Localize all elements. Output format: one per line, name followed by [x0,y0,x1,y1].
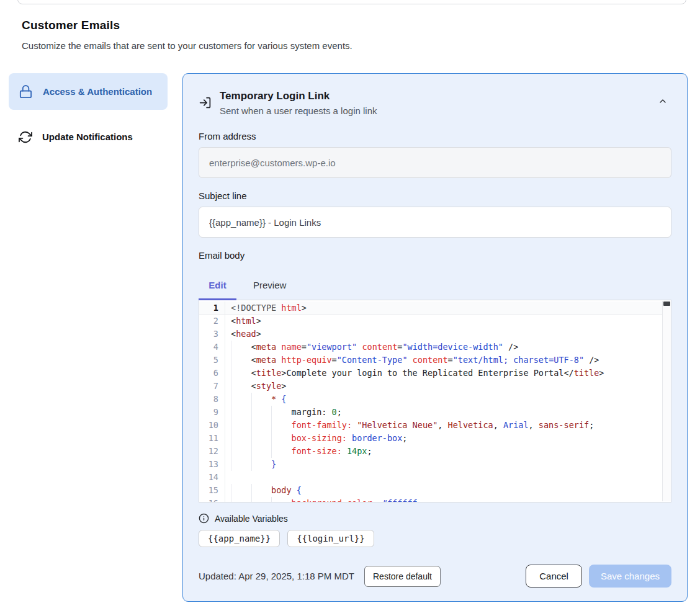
code-line-11: 11box-sizing: border-box; [199,432,671,445]
line-number: 13 [199,458,225,471]
available-variables-label: Available Variables [215,514,288,524]
sidebar-item-label: Update Notifications [42,130,133,144]
from-address-field-group: From address [199,131,671,178]
line-number: 1 [199,302,225,315]
line-content: <head> [225,328,261,341]
line-content: <!DOCTYPE html> [225,302,307,315]
email-body-tabs: EditPreview [199,274,671,300]
restore-default-button[interactable]: Restore default [364,566,441,587]
code-line-15: 15body { [199,484,671,497]
code-line-16: 16background-color: #ffffff; [199,497,671,503]
email-body-code-editor[interactable]: 1<!DOCTYPE html>2<html>3<head>4<meta nam… [199,300,671,503]
available-variables-header: Available Variables [199,513,671,524]
page-header: Customer Emails Customize the emails tha… [0,0,700,51]
code-line-1: 1<!DOCTYPE html> [199,302,671,315]
line-content: <meta name="viewport" content="width=dev… [225,341,518,354]
code-line-14: 14 [199,471,671,484]
line-content: background-color: #ffffff; [225,497,423,503]
cancel-button[interactable]: Cancel [526,565,582,588]
line-content: font-size: 14px; [225,445,372,458]
temporary-login-link-panel: Temporary Login Link Sent when a user re… [182,73,688,602]
collapse-panel-button[interactable] [655,94,670,109]
line-number: 9 [199,406,225,419]
editor-vertical-scrollbar[interactable] [662,301,671,501]
line-number: 4 [199,341,225,354]
email-body-label: Email body [199,250,671,261]
login-icon [199,96,212,109]
line-content: font-family: "Helvetica Neue", Helvetica… [225,419,594,432]
panel-footer: Updated: Apr 29, 2025, 1:18 PM MDT Resto… [199,565,671,588]
chevron-up-icon [658,96,668,106]
variable-chip-login_url[interactable]: {{login_url}} [287,530,374,547]
line-number: 16 [199,497,225,503]
code-line-3: 3<head> [199,328,671,341]
line-content: } [225,458,276,471]
line-number: 2 [199,315,225,328]
line-content: <title>Complete your login to the Replic… [225,367,604,380]
line-content: body { [225,484,302,497]
panel-title: Temporary Login Link [220,90,377,102]
lock-icon [19,84,33,99]
code-line-2: 2<html> [199,315,671,328]
customer-emails-page: Customer Emails Customize the emails tha… [0,0,700,608]
code-line-8: 8* { [199,393,671,406]
line-content: <html> [225,315,261,328]
line-number: 3 [199,328,225,341]
previous-card-bottom-edge [17,0,686,4]
line-content [225,471,231,484]
tab-edit[interactable]: Edit [199,274,236,300]
save-changes-button[interactable]: Save changes [589,565,671,588]
email-body-field-group: Email body EditPreview 1<!DOCTYPE html>2… [199,250,671,503]
sidebar-item-label: Access & Authentication [43,84,152,99]
line-content: <meta http-equiv="Content-Type" content=… [225,354,599,367]
from-address-input[interactable] [199,147,671,178]
line-content: * { [225,393,286,406]
line-number: 14 [199,471,225,484]
code-line-7: 7<style> [199,380,671,393]
code-line-6: 6<title>Complete your login to the Repli… [199,367,671,380]
code-line-10: 10font-family: "Helvetica Neue", Helveti… [199,419,671,432]
code-line-9: 9margin: 0; [199,406,671,419]
line-content: margin: 0; [225,406,342,419]
info-icon [199,513,209,524]
email-types-sidebar: Access & AuthenticationUpdate Notificati… [9,73,168,602]
tab-preview[interactable]: Preview [251,274,289,300]
code-line-5: 5<meta http-equiv="Content-Type" content… [199,354,671,367]
line-number: 15 [199,484,225,497]
subject-line-input[interactable] [199,207,671,238]
line-number: 12 [199,445,225,458]
line-number: 10 [199,419,225,432]
variable-chips: {{app_name}}{{login_url}} [199,530,671,547]
panel-header: Temporary Login Link Sent when a user re… [199,90,671,116]
page-subtitle: Customize the emails that are sent to yo… [22,40,700,51]
sidebar-item-update-notifications[interactable]: Update Notifications [9,121,168,153]
line-content: <style> [225,380,286,393]
subject-line-field-group: Subject line [199,190,671,238]
line-number: 5 [199,354,225,367]
refresh-icon [19,130,32,144]
subject-line-label: Subject line [199,190,671,201]
variable-chip-app_name[interactable]: {{app_name}} [199,530,280,547]
line-number: 11 [199,432,225,445]
line-content: box-sizing: border-box; [225,432,408,445]
panel-subtitle: Sent when a user requests a login link [220,105,377,116]
code-line-13: 13} [199,458,671,471]
page-title: Customer Emails [22,19,700,32]
code-line-12: 12font-size: 14px; [199,445,671,458]
updated-timestamp: Updated: Apr 29, 2025, 1:18 PM MDT [199,571,354,581]
line-number: 8 [199,393,225,406]
line-number: 6 [199,367,225,380]
line-number: 7 [199,380,225,393]
editor-scrollbar-thumb[interactable] [663,302,670,306]
sidebar-item-access-authentication[interactable]: Access & Authentication [9,73,168,110]
code-line-4: 4<meta name="viewport" content="width=de… [199,341,671,354]
from-address-label: From address [199,131,671,141]
